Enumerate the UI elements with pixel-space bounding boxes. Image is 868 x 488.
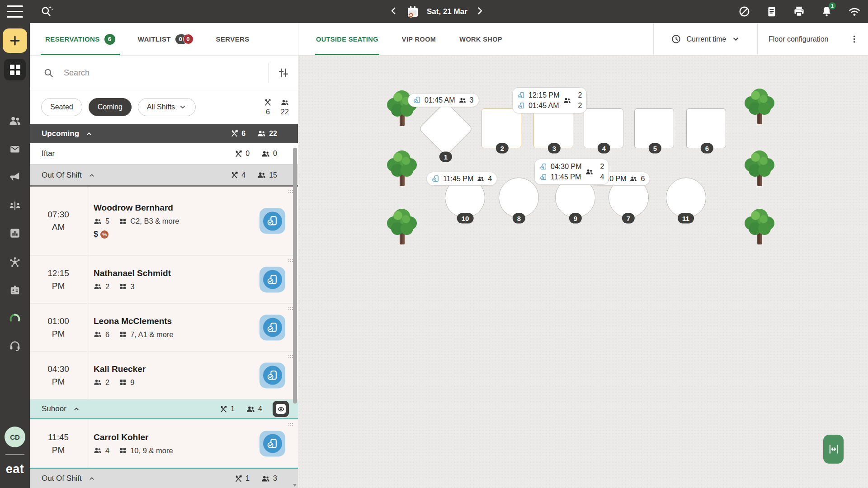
tree-decoration bbox=[742, 206, 777, 248]
chevron-down-icon bbox=[731, 35, 740, 43]
fit-width-button[interactable] bbox=[823, 435, 844, 464]
guests-icon bbox=[459, 97, 466, 104]
phone-check-icon bbox=[540, 174, 547, 181]
time-meridiem: PM bbox=[52, 444, 65, 456]
notes-icon[interactable] bbox=[766, 6, 778, 18]
add-reservation-button[interactable] bbox=[3, 28, 27, 53]
staff-badge-icon[interactable] bbox=[9, 284, 21, 296]
table-11[interactable] bbox=[666, 178, 706, 218]
magic-search-icon[interactable] bbox=[40, 5, 53, 20]
sidebar-item-floorplan[interactable] bbox=[4, 59, 26, 80]
wifi-icon[interactable] bbox=[848, 5, 861, 18]
table-assignment: 7, A1 & more bbox=[130, 330, 173, 339]
chevron-up-icon bbox=[88, 475, 95, 482]
calendar-refresh-icon[interactable] bbox=[406, 5, 420, 19]
reservation-card[interactable]: 04:30 PM Kali Ruecker 2 9 bbox=[30, 352, 298, 399]
oos1-covers: 4 bbox=[241, 171, 245, 179]
hamburger-menu-icon[interactable] bbox=[7, 5, 23, 18]
reservation-card[interactable]: 12:15 PM Nathanael Schmidt 2 3 bbox=[30, 256, 298, 304]
filter-chip-seated[interactable]: Seated bbox=[41, 98, 82, 116]
floor-canvas[interactable]: 1 2 3 4 5 6 10 8 9 7 11 01:45 AM 3 12:15… bbox=[298, 56, 868, 488]
tab-work-shop-label: WORK SHOP bbox=[459, 36, 502, 43]
confirm-device-button[interactable] bbox=[259, 267, 285, 292]
table-number-badge: 8 bbox=[513, 213, 525, 224]
next-day-icon[interactable] bbox=[475, 6, 485, 18]
kebab-menu-icon[interactable] bbox=[849, 34, 859, 44]
guests-icon[interactable] bbox=[9, 115, 21, 127]
panel-scrollbar[interactable] bbox=[293, 147, 297, 488]
confirm-device-button[interactable] bbox=[259, 314, 285, 340]
top-bar: Sat, 21 Mar 1 bbox=[0, 0, 868, 23]
section-iftar[interactable]: Iftar 0 0 bbox=[30, 143, 298, 164]
guest-count: 2 bbox=[105, 282, 109, 291]
table-3[interactable] bbox=[533, 108, 573, 148]
search-input[interactable] bbox=[64, 68, 213, 78]
confirm-device-button[interactable] bbox=[259, 431, 285, 456]
section-oos2-label: Out Of Shift bbox=[42, 474, 82, 483]
integrations-hub-icon[interactable] bbox=[9, 256, 21, 268]
floor-tabs: OUTSIDE SEATING VIP ROOM WORK SHOP bbox=[298, 23, 653, 55]
table-6[interactable] bbox=[686, 108, 726, 148]
time-mode-dropdown[interactable]: Current time bbox=[653, 23, 757, 55]
tab-vip-room[interactable]: VIP ROOM bbox=[401, 23, 437, 55]
section-upcoming[interactable]: Upcoming 6 22 bbox=[30, 124, 298, 143]
megaphone-icon[interactable] bbox=[9, 171, 21, 183]
tab-outside-seating[interactable]: OUTSIDE SEATING bbox=[315, 23, 379, 55]
support-headset-icon[interactable] bbox=[9, 339, 21, 352]
app-logo: eat bbox=[6, 462, 24, 476]
iftar-guests: 0 bbox=[273, 150, 277, 158]
reports-chart-icon[interactable] bbox=[9, 227, 21, 239]
tables-icon bbox=[119, 447, 127, 454]
reservation-card[interactable]: 01:00 PM Leona McClements 6 7, A1 & more bbox=[30, 304, 298, 352]
time-meridiem: PM bbox=[52, 375, 65, 388]
filter-chip-shifts[interactable]: All Shifts bbox=[138, 98, 196, 116]
table-number-badge: 2 bbox=[496, 143, 509, 154]
section-out-of-shift-2[interactable]: Out Of Shift 1 3 bbox=[30, 469, 298, 488]
upcoming-guests: 22 bbox=[269, 130, 277, 138]
scroll-down-arrow[interactable] bbox=[293, 484, 297, 487]
tab-waitlist[interactable]: WAITLIST 0 0 bbox=[133, 23, 198, 55]
table-4[interactable] bbox=[584, 108, 623, 148]
performance-gauge-icon[interactable] bbox=[9, 312, 21, 324]
shift-view-button[interactable] bbox=[273, 401, 289, 417]
section-out-of-shift-1[interactable]: Out Of Shift 4 15 bbox=[30, 164, 298, 187]
table-8[interactable] bbox=[499, 178, 539, 218]
floor-configuration-control[interactable]: Floor configuration bbox=[757, 23, 868, 55]
reservation-pill-double[interactable]: 04:30 PM 11:45 PM 2 4 bbox=[534, 159, 609, 185]
reservation-card[interactable]: 07:30 AM Woodrow Bernhard 5 C2, B3 & mor… bbox=[30, 187, 298, 256]
filter-chip-coming[interactable]: Coming bbox=[89, 98, 132, 116]
current-date[interactable]: Sat, 21 Mar bbox=[427, 7, 467, 16]
reservation-card[interactable]: 11:45 PM Carrol Kohler 4 10, 9 & more bbox=[30, 419, 298, 469]
scrollbar-thumb[interactable] bbox=[293, 148, 297, 404]
reservation-pill[interactable]: 01:45 AM 3 bbox=[408, 93, 479, 107]
guest-count: 5 bbox=[105, 217, 109, 225]
prev-day-icon[interactable] bbox=[389, 6, 399, 18]
tab-work-shop[interactable]: WORK SHOP bbox=[458, 23, 503, 55]
grid-icon bbox=[10, 65, 20, 75]
table-1[interactable] bbox=[418, 101, 473, 156]
sidebar-divider bbox=[5, 454, 24, 455]
mail-icon[interactable] bbox=[9, 143, 21, 155]
table-5[interactable] bbox=[634, 108, 674, 148]
covers-icon bbox=[235, 150, 242, 158]
tab-reservations[interactable]: RESERVATIONS 6 bbox=[41, 23, 120, 55]
filter-tune-icon[interactable] bbox=[268, 63, 298, 83]
table-2[interactable] bbox=[481, 108, 521, 148]
tree-decoration bbox=[742, 86, 777, 128]
tab-servers[interactable]: SERVERS bbox=[212, 23, 254, 55]
confirm-device-button[interactable] bbox=[259, 208, 285, 234]
reservation-pill[interactable]: 11:45 PM 4 bbox=[426, 172, 497, 186]
user-avatar[interactable]: CD bbox=[5, 427, 25, 447]
print-icon[interactable] bbox=[793, 5, 805, 18]
suhoor-covers: 1 bbox=[231, 405, 235, 413]
blocked-icon[interactable] bbox=[738, 5, 750, 18]
section-suhoor-label: Suhoor bbox=[42, 404, 66, 413]
host-split-icon[interactable] bbox=[9, 200, 21, 211]
confirm-device-button[interactable] bbox=[259, 362, 285, 388]
reservation-pill-double[interactable]: 12:15 PM 01:45 AM 2 2 bbox=[512, 87, 587, 113]
guests-icon bbox=[630, 175, 637, 183]
section-suhoor[interactable]: Suhoor 1 4 bbox=[30, 399, 298, 419]
notifications-bell-icon[interactable]: 1 bbox=[821, 5, 833, 18]
oos2-covers: 1 bbox=[245, 474, 250, 483]
guest-count: 2 bbox=[105, 378, 109, 387]
